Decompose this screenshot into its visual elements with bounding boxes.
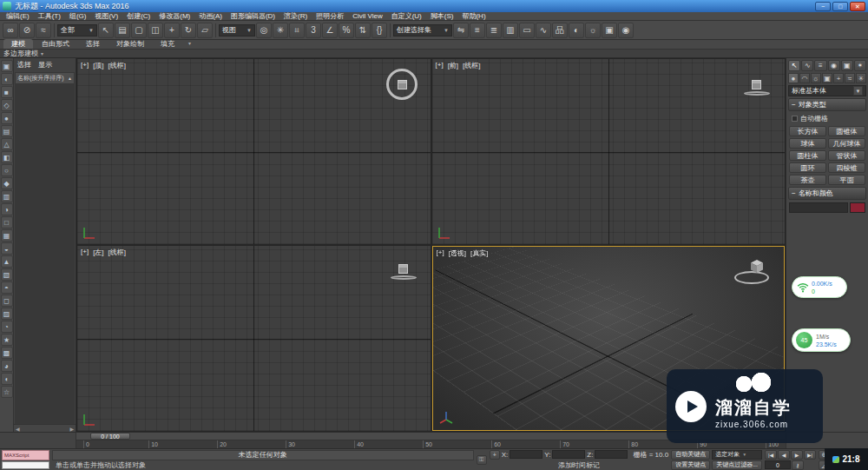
tab-modify-icon[interactable]: ∿ (801, 60, 813, 71)
layer-manager-icon[interactable]: ≣ (486, 23, 502, 38)
menu-item[interactable]: 照明分析 (312, 12, 348, 21)
object-type-button[interactable]: 圆锥体 (828, 126, 865, 136)
go-to-end-button[interactable]: ▶| (804, 450, 816, 460)
menu-item[interactable]: 视图(V) (90, 12, 122, 21)
ribbon-tab[interactable]: 填充 (153, 39, 182, 49)
viewport-pov-menu[interactable]: [透视] (449, 248, 466, 258)
material-editor-icon[interactable]: ◐ (569, 23, 584, 38)
torus-object[interactable] (744, 91, 770, 96)
play-button[interactable]: ▶ (791, 450, 803, 460)
menu-item[interactable]: 工具(T) (34, 12, 65, 21)
viewport-pov-menu[interactable]: [顶] (93, 61, 103, 70)
ribbon-toggle-icon[interactable]: ▭ (519, 23, 535, 38)
current-frame-field[interactable]: 0 (765, 460, 791, 469)
category-shapes-icon[interactable]: ◠ (799, 73, 810, 83)
edit-named-sets-icon[interactable]: {} (372, 23, 387, 38)
tab-create-icon[interactable]: ↖ (788, 60, 800, 71)
menu-item[interactable]: Civil View (348, 12, 387, 21)
z-coord-input[interactable] (595, 450, 628, 459)
viewport-shading-menu[interactable]: [线框] (463, 61, 480, 70)
left-toolbar-icon[interactable]: ☆ (1, 386, 13, 398)
scroll-left-icon[interactable]: ◀ (16, 426, 20, 432)
box-object[interactable] (749, 259, 765, 275)
mirror-icon[interactable]: ⇋ (453, 23, 469, 38)
left-toolbar-icon[interactable]: ◒ (1, 242, 13, 255)
left-toolbar-icon[interactable]: ◧ (1, 151, 13, 163)
left-toolbar-icon[interactable]: ◐ (1, 73, 13, 85)
category-cameras-icon[interactable]: ▣ (822, 73, 832, 83)
viewport-general-menu[interactable]: [+] (81, 248, 89, 257)
render-setup-icon[interactable]: ☼ (585, 23, 601, 38)
left-toolbar-icon[interactable]: △ (1, 138, 13, 150)
maxscript-macro-recorder[interactable]: MAXScript (2, 450, 49, 460)
ribbon-tab[interactable]: 自由形式 (34, 39, 77, 49)
left-toolbar-icon[interactable]: ○ (1, 164, 13, 176)
previous-frame-button[interactable]: ◀ (778, 450, 790, 460)
left-toolbar-icon[interactable]: ◔ (1, 321, 13, 333)
left-toolbar-icon[interactable]: □ (1, 216, 13, 228)
explorer-object-list[interactable] (15, 84, 75, 424)
viewport-general-menu[interactable]: [+] (437, 248, 444, 258)
angle-snap-icon[interactable]: ∠ (322, 23, 338, 38)
category-geometry-icon[interactable]: ● (788, 73, 799, 83)
viewport-shading-menu[interactable]: [线框] (108, 61, 126, 70)
ribbon-tab[interactable]: 建模 (3, 39, 33, 49)
left-toolbar-icon[interactable]: ◇ (1, 99, 13, 111)
object-type-button[interactable]: 几何球体 (828, 138, 865, 149)
left-toolbar-icon[interactable]: ★ (1, 334, 13, 346)
left-toolbar-icon[interactable]: ▧ (1, 268, 13, 281)
explorer-scrollbar[interactable]: ◀ ▶ (14, 424, 76, 432)
left-toolbar-icon[interactable]: ▥ (1, 190, 13, 202)
left-toolbar-icon[interactable]: ◖ (1, 373, 13, 385)
left-toolbar-icon[interactable]: ● (1, 112, 13, 124)
viewport-top[interactable]: [+] [顶] [线框] (77, 59, 431, 244)
left-toolbar-icon[interactable]: ▲ (1, 255, 13, 268)
object-name-input[interactable] (789, 202, 848, 213)
left-toolbar-icon[interactable]: ◆ (1, 177, 13, 189)
menu-item[interactable]: 自定义(U) (387, 12, 426, 21)
category-systems-icon[interactable]: ✳ (856, 73, 866, 83)
x-coord-input[interactable] (510, 450, 542, 459)
tab-hierarchy-icon[interactable]: ≡ (814, 60, 826, 71)
viewport-shading-menu[interactable]: [真实] (470, 248, 488, 258)
scroll-right-icon[interactable]: ▶ (69, 426, 74, 432)
bind-to-space-warp-icon[interactable]: ≈ (36, 23, 51, 38)
window-crossing-icon[interactable]: ◫ (148, 23, 163, 38)
select-and-manipulate-icon[interactable]: ✳ (273, 23, 288, 38)
percent-snap-icon[interactable]: % (339, 23, 354, 38)
object-color-swatch[interactable] (850, 202, 865, 213)
menu-item[interactable]: 编辑(E) (2, 12, 34, 21)
left-toolbar-icon[interactable]: ■ (1, 86, 13, 98)
explorer-menu-select[interactable]: 选择 (17, 60, 31, 70)
left-toolbar-icon[interactable]: ◻ (1, 295, 13, 307)
ribbon-tab[interactable]: 对象绘制 (108, 39, 152, 49)
viewport-left[interactable]: [+] [左] [线框] (77, 246, 431, 431)
tab-display-icon[interactable]: ▣ (841, 60, 853, 71)
menu-item[interactable]: 动画(A) (194, 12, 227, 21)
align-icon[interactable]: ≡ (470, 23, 485, 38)
tab-utilities-icon[interactable]: ✶ (854, 60, 866, 71)
left-toolbar-icon[interactable]: ▨ (1, 308, 13, 320)
viewport-general-menu[interactable]: [+] (436, 61, 444, 70)
category-helpers-icon[interactable]: + (833, 73, 844, 83)
left-toolbar-icon[interactable]: ▣ (1, 60, 13, 72)
menu-item[interactable]: 脚本(S) (426, 12, 458, 21)
add-time-tag[interactable]: 添加时间标记 (490, 460, 668, 470)
rendered-frame-icon[interactable]: ▣ (602, 23, 617, 38)
object-type-button[interactable]: 管状体 (828, 150, 865, 161)
viewport-general-menu[interactable]: [+] (81, 61, 89, 70)
ribbon-tab[interactable]: 选择 (78, 39, 108, 49)
object-type-button[interactable]: 球体 (789, 138, 826, 149)
viewport-pov-menu[interactable]: [左] (93, 248, 103, 257)
object-type-button[interactable]: 四棱锥 (828, 162, 865, 173)
menu-item[interactable]: 帮助(H) (457, 12, 490, 21)
spinner-snap-icon[interactable]: ⇅ (355, 23, 371, 38)
box-object[interactable] (398, 80, 407, 89)
network-speed-widget[interactable]: 0.00K/s 0 (792, 276, 847, 298)
box-object[interactable] (398, 264, 408, 274)
menu-item[interactable]: 修改器(M) (155, 12, 194, 21)
select-and-scale-icon[interactable]: ▱ (197, 23, 213, 38)
object-type-rollout-header[interactable]: − 对象类型 (788, 98, 866, 111)
object-type-button[interactable]: 圆柱体 (789, 150, 826, 161)
rectangular-selection-icon[interactable]: ▢ (131, 23, 147, 38)
